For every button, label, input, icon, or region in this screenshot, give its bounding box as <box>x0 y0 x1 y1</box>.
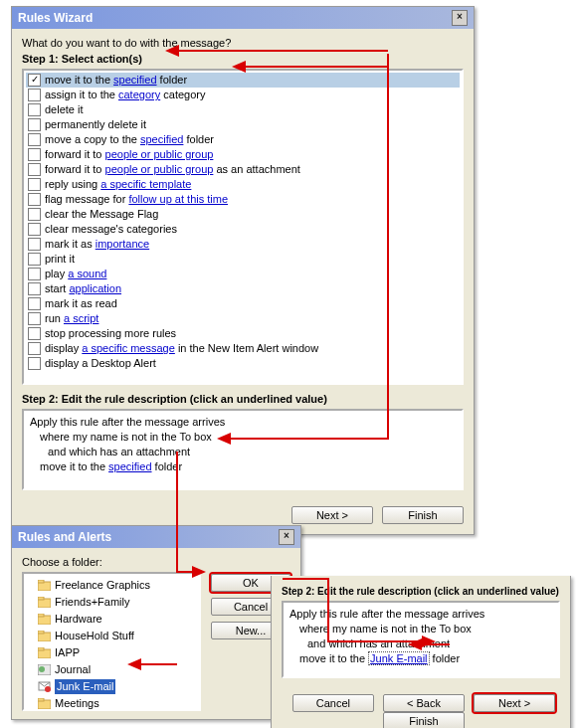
folder-icon <box>38 580 51 591</box>
action-item[interactable]: clear the Message Flag <box>26 207 460 222</box>
action-item[interactable]: flag message for follow up at this time <box>26 192 460 207</box>
checkbox[interactable] <box>28 268 41 280</box>
checkbox[interactable] <box>28 163 41 176</box>
folder-item[interactable]: Journal <box>28 661 195 678</box>
checkbox[interactable] <box>28 103 41 116</box>
folder-item[interactable]: Friends+Family <box>28 594 195 611</box>
checkbox[interactable] <box>28 133 41 146</box>
action-item[interactable]: play a sound <box>26 267 460 281</box>
action-item[interactable]: mark it as importance <box>26 237 460 252</box>
folder-item[interactable]: Meetings <box>28 695 195 711</box>
checkbox[interactable] <box>28 178 41 191</box>
folder-icon <box>38 647 51 658</box>
action-item[interactable]: move a copy to the specified folder <box>26 132 460 147</box>
checkbox[interactable] <box>28 74 41 87</box>
result-description-box: Apply this rule after the message arrive… <box>282 601 560 678</box>
checkbox[interactable] <box>28 312 41 325</box>
rules-wizard-dialog: Rules Wizard × What do you want to do wi… <box>11 6 475 535</box>
action-item[interactable]: run a script <box>26 311 460 326</box>
action-link[interactable]: a script <box>64 312 98 324</box>
action-item[interactable]: reply using a specific template <box>26 177 460 192</box>
back-button[interactable]: < Back <box>383 694 465 712</box>
action-item[interactable]: mark it as read <box>26 296 460 311</box>
checkbox[interactable] <box>28 342 41 355</box>
checkbox[interactable] <box>28 208 41 221</box>
desc-line: Apply this rule after the message arrive… <box>289 607 552 622</box>
close-icon[interactable]: × <box>452 10 468 26</box>
action-item[interactable]: clear message's categories <box>26 222 460 237</box>
desc-line: Apply this rule after the message arrive… <box>30 415 456 430</box>
wizard-step2-label: Step 2: Edit the rule description (click… <box>22 393 464 405</box>
folder-name: Meetings <box>55 696 99 711</box>
checkbox[interactable] <box>28 297 41 310</box>
folder-picker-dialog: Rules and Alerts × Choose a folder: Free… <box>11 525 301 720</box>
folder-icon <box>38 614 51 625</box>
actions-list[interactable]: move it to the specified folderassign it… <box>22 69 464 385</box>
checkbox[interactable] <box>28 223 41 236</box>
checkbox[interactable] <box>28 193 41 206</box>
action-link[interactable]: a specific template <box>100 178 191 190</box>
action-link[interactable]: follow up at this time <box>128 193 228 205</box>
checkbox[interactable] <box>28 238 41 251</box>
action-item[interactable]: assign it to the category category <box>26 88 460 102</box>
folder-name: Friends+Family <box>55 595 130 610</box>
folder-name: IAPP <box>55 645 80 660</box>
wizard-prompt: What do you want to do with the message? <box>22 37 464 49</box>
close-icon[interactable]: × <box>279 529 294 545</box>
cancel-button[interactable]: Cancel <box>292 694 374 712</box>
folder-item[interactable]: IAPP <box>28 644 195 661</box>
checkbox[interactable] <box>28 327 41 340</box>
action-link[interactable]: specified <box>113 74 156 86</box>
svg-rect-9 <box>38 647 44 650</box>
svg-rect-5 <box>38 614 44 617</box>
svg-rect-7 <box>38 631 44 634</box>
action-item[interactable]: stop processing more rules <box>26 326 460 341</box>
svg-rect-1 <box>38 580 44 583</box>
action-item[interactable]: display a Desktop Alert <box>26 356 460 371</box>
folder-name: Freelance Graphics <box>55 578 150 593</box>
checkbox[interactable] <box>28 357 41 370</box>
action-item[interactable]: forward it to people or public group <box>26 147 460 162</box>
folder-picker-title: Rules and Alerts <box>18 530 111 544</box>
svg-point-11 <box>39 666 45 672</box>
action-link[interactable]: people or public group <box>105 148 214 160</box>
action-link[interactable]: a specific message <box>82 342 175 354</box>
action-item[interactable]: print it <box>26 252 460 267</box>
junk-email-folder-link[interactable]: Junk E-mail <box>368 651 429 665</box>
checkbox[interactable] <box>28 253 41 266</box>
next-button[interactable]: Next > <box>474 694 555 712</box>
folder-tree[interactable]: Freelance GraphicsFriends+FamilyHardware… <box>22 572 201 711</box>
specified-folder-link[interactable]: specified <box>108 460 151 472</box>
finish-button[interactable]: Finish <box>383 712 465 728</box>
action-link[interactable]: category <box>118 89 160 100</box>
rule-description-box: Apply this rule after the message arrive… <box>22 409 464 490</box>
action-item[interactable]: forward it to people or public group as … <box>26 162 460 177</box>
checkbox[interactable] <box>28 148 41 161</box>
finish-button[interactable]: Finish <box>382 506 464 524</box>
folder-item[interactable]: HouseHold Stuff <box>28 628 195 644</box>
journal-icon <box>38 664 51 675</box>
action-link[interactable]: specified <box>140 133 183 145</box>
action-link[interactable]: a sound <box>68 268 106 279</box>
checkbox[interactable] <box>28 282 41 295</box>
folder-item[interactable]: Hardware <box>28 611 195 628</box>
svg-rect-3 <box>38 597 44 600</box>
action-link[interactable]: people or public group <box>105 163 214 175</box>
checkbox[interactable] <box>28 89 41 101</box>
action-link[interactable]: application <box>69 282 121 294</box>
action-link[interactable]: importance <box>96 238 149 250</box>
checkbox[interactable] <box>28 118 41 131</box>
action-item[interactable]: permanently delete it <box>26 117 460 132</box>
desc-line: move it to the Junk E-mail folder <box>289 651 552 666</box>
folder-item[interactable]: Junk E-mail <box>28 678 195 695</box>
choose-folder-label: Choose a folder: <box>22 556 201 568</box>
action-item[interactable]: move it to the specified folder <box>26 73 460 88</box>
next-button[interactable]: Next > <box>291 506 373 524</box>
folder-item[interactable]: Freelance Graphics <box>28 577 195 594</box>
action-item[interactable]: delete it <box>26 102 460 117</box>
desc-line: and which has an attachment <box>289 637 552 651</box>
action-item[interactable]: display a specific message in the New It… <box>26 341 460 356</box>
action-item[interactable]: start application <box>26 281 460 296</box>
folder-icon <box>38 631 51 641</box>
folder-name: Hardware <box>55 612 102 627</box>
